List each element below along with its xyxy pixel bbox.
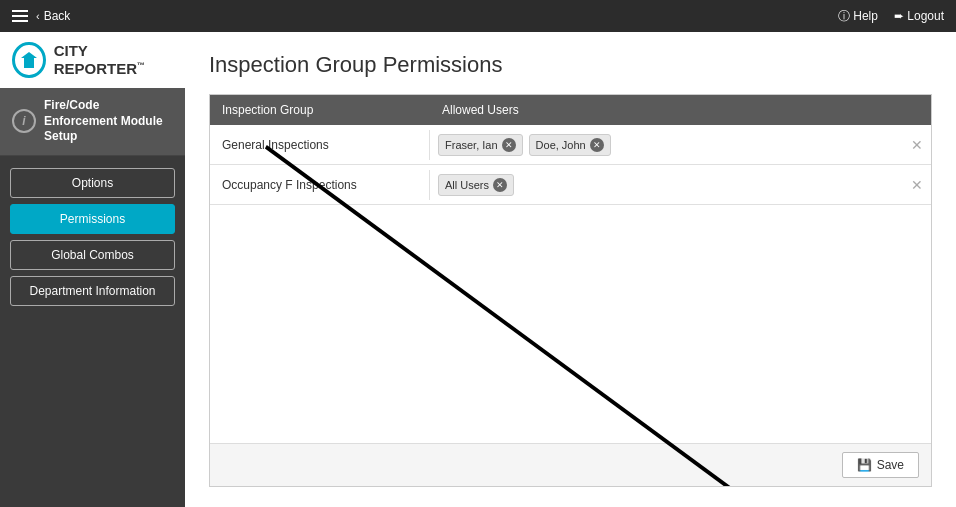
- table-body: General Inspections Fraser, Ian ✕ Doe, J…: [210, 125, 931, 443]
- cell-users-2: All Users ✕: [430, 168, 903, 202]
- sidebar-item-options[interactable]: Options: [10, 168, 175, 198]
- row-close-2[interactable]: ✕: [903, 177, 931, 193]
- table-row: General Inspections Fraser, Ian ✕ Doe, J…: [210, 125, 931, 165]
- save-label: Save: [877, 458, 904, 472]
- sidebar-item-permissions[interactable]: Permissions: [10, 204, 175, 234]
- cell-group-2: Occupancy F Inspections: [210, 170, 430, 200]
- logo-text: CITY REPORTER™: [54, 42, 173, 78]
- logo-icon: [12, 42, 46, 78]
- back-label: Back: [44, 9, 71, 23]
- hamburger-menu[interactable]: [12, 10, 28, 22]
- remove-user-icon[interactable]: ✕: [502, 138, 516, 152]
- remove-user-icon[interactable]: ✕: [590, 138, 604, 152]
- save-button[interactable]: 💾 Save: [842, 452, 919, 478]
- chevron-left-icon: ‹: [36, 10, 40, 22]
- svg-point-0: [27, 54, 31, 58]
- sidebar-item-global-combos[interactable]: Global Combos: [10, 240, 175, 270]
- save-icon: 💾: [857, 458, 872, 472]
- top-bar-right: ⓘ Help ➨ Logout: [838, 8, 944, 25]
- page-title: Inspection Group Permissions: [209, 52, 932, 78]
- user-label: All Users: [445, 179, 489, 191]
- col-group-header: Inspection Group: [210, 95, 430, 125]
- logout-link[interactable]: ➨ Logout: [894, 9, 944, 23]
- top-bar-left: ‹ Back: [12, 9, 70, 23]
- row-close-1[interactable]: ✕: [903, 137, 931, 153]
- back-link[interactable]: ‹ Back: [36, 9, 70, 23]
- sidebar-section-title: i Fire/Code Enforcement Module Setup: [0, 88, 185, 156]
- user-tag: All Users ✕: [438, 174, 514, 196]
- table-header: Inspection Group Allowed Users: [210, 95, 931, 125]
- table-row: Occupancy F Inspections All Users ✕ ✕: [210, 165, 931, 205]
- sidebar-logo: CITY REPORTER™: [0, 32, 185, 88]
- top-bar: ‹ Back ⓘ Help ➨ Logout: [0, 0, 956, 32]
- cell-users-1: Fraser, Ian ✕ Doe, John ✕: [430, 128, 903, 162]
- cell-group-1: General Inspections: [210, 130, 430, 160]
- col-users-header: Allowed Users: [430, 95, 931, 125]
- user-label: Doe, John: [536, 139, 586, 151]
- permissions-table: Inspection Group Allowed Users General I…: [209, 94, 932, 487]
- user-tag: Fraser, Ian ✕: [438, 134, 523, 156]
- help-link[interactable]: ⓘ Help: [838, 8, 878, 25]
- sidebar-nav: Options Permissions Global Combos Depart…: [0, 156, 185, 318]
- layout: CITY REPORTER™ i Fire/Code Enforcement M…: [0, 32, 956, 507]
- module-info-icon: i: [12, 109, 36, 133]
- sidebar-item-department-information[interactable]: Department Information: [10, 276, 175, 306]
- remove-user-icon[interactable]: ✕: [493, 178, 507, 192]
- footer-bar: 💾 Save: [210, 443, 931, 486]
- user-tag: Doe, John ✕: [529, 134, 611, 156]
- user-label: Fraser, Ian: [445, 139, 498, 151]
- help-icon: ⓘ: [838, 9, 850, 23]
- logout-icon: ➨: [894, 9, 904, 23]
- sidebar: CITY REPORTER™ i Fire/Code Enforcement M…: [0, 32, 185, 507]
- main-content: Inspection Group Permissions Inspection …: [185, 32, 956, 507]
